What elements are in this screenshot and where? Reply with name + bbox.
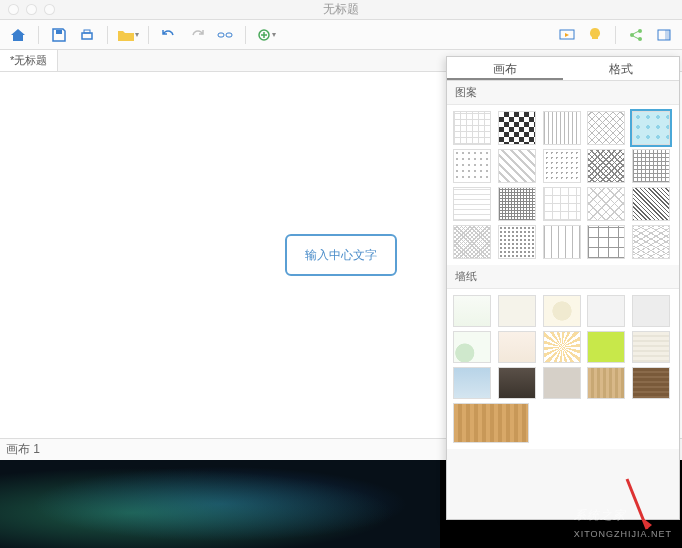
pattern-swatch[interactable] bbox=[498, 149, 536, 183]
presentation-button[interactable] bbox=[555, 24, 579, 46]
pattern-swatch[interactable] bbox=[587, 149, 625, 183]
pattern-swatch[interactable] bbox=[498, 187, 536, 221]
pattern-swatch[interactable] bbox=[543, 225, 581, 259]
footer-watermark: 系统之家 XITONGZHIJIA.NET bbox=[574, 506, 672, 540]
inspector-panel: 画布 格式 图案 墙纸 bbox=[446, 56, 680, 520]
svg-rect-1 bbox=[82, 33, 92, 39]
wallpapers-label: 墙纸 bbox=[447, 265, 679, 289]
pattern-swatch[interactable] bbox=[453, 149, 491, 183]
home-button[interactable] bbox=[6, 24, 30, 46]
pattern-swatch[interactable] bbox=[498, 111, 536, 145]
wallpaper-swatch[interactable] bbox=[587, 367, 625, 399]
wallpaper-swatch[interactable] bbox=[632, 331, 670, 363]
share-button[interactable] bbox=[624, 24, 648, 46]
root-topic[interactable]: 输入中心文字 bbox=[285, 234, 397, 276]
zoom-icon[interactable] bbox=[44, 4, 55, 15]
wallpaper-swatch[interactable] bbox=[543, 295, 581, 327]
lightbulb-button[interactable] bbox=[583, 24, 607, 46]
pattern-swatch[interactable] bbox=[587, 187, 625, 221]
close-icon[interactable] bbox=[8, 4, 19, 15]
pattern-swatch[interactable] bbox=[543, 187, 581, 221]
pattern-swatch-selected[interactable] bbox=[632, 111, 670, 145]
pattern-swatch[interactable] bbox=[453, 225, 491, 259]
wallpaper-swatch[interactable] bbox=[498, 295, 536, 327]
pattern-swatch[interactable] bbox=[632, 187, 670, 221]
pattern-swatch[interactable] bbox=[587, 225, 625, 259]
wallpaper-swatch[interactable] bbox=[543, 331, 581, 363]
wallpaper-swatch[interactable] bbox=[453, 331, 491, 363]
add-node-button[interactable]: ▾ bbox=[254, 24, 278, 46]
toolbar: ▾ ▾ bbox=[0, 20, 682, 50]
root-topic-text: 输入中心文字 bbox=[305, 248, 377, 262]
tab-format[interactable]: 格式 bbox=[563, 57, 679, 80]
wallpaper-swatch-large[interactable] bbox=[453, 403, 529, 443]
tab-canvas[interactable]: 画布 bbox=[447, 57, 563, 80]
titlebar: 无标题 bbox=[0, 0, 682, 20]
canvas-name[interactable]: 画布 1 bbox=[6, 441, 40, 458]
minimize-icon[interactable] bbox=[26, 4, 37, 15]
wallpaper-swatch[interactable] bbox=[498, 331, 536, 363]
svg-rect-2 bbox=[84, 30, 90, 33]
pattern-swatch[interactable] bbox=[543, 111, 581, 145]
print-button[interactable] bbox=[75, 24, 99, 46]
window-title: 无标题 bbox=[0, 1, 682, 18]
pattern-swatch[interactable] bbox=[453, 111, 491, 145]
pattern-swatch[interactable] bbox=[587, 111, 625, 145]
wallpaper-swatch[interactable] bbox=[587, 295, 625, 327]
wallpaper-swatch[interactable] bbox=[632, 367, 670, 399]
document-tab[interactable]: *无标题 bbox=[0, 50, 58, 71]
svg-rect-0 bbox=[56, 30, 62, 34]
wallpaper-swatch[interactable] bbox=[543, 367, 581, 399]
inspector-button[interactable] bbox=[652, 24, 676, 46]
link-button[interactable] bbox=[213, 24, 237, 46]
pattern-swatch[interactable] bbox=[632, 225, 670, 259]
redo-button-disabled bbox=[185, 24, 209, 46]
wallpaper-swatch[interactable] bbox=[498, 367, 536, 399]
svg-rect-3 bbox=[218, 33, 224, 37]
pattern-swatch[interactable] bbox=[453, 187, 491, 221]
pattern-swatch[interactable] bbox=[543, 149, 581, 183]
wallpapers-grid bbox=[447, 289, 679, 449]
folder-button[interactable]: ▾ bbox=[116, 24, 140, 46]
patterns-grid bbox=[447, 105, 679, 265]
patterns-label: 图案 bbox=[447, 81, 679, 105]
wallpaper-swatch[interactable] bbox=[453, 367, 491, 399]
wallpaper-swatch[interactable] bbox=[587, 331, 625, 363]
svg-rect-11 bbox=[665, 30, 670, 40]
svg-rect-4 bbox=[226, 33, 232, 37]
undo-button[interactable] bbox=[157, 24, 181, 46]
wallpaper-swatch[interactable] bbox=[632, 295, 670, 327]
wallpaper-swatch[interactable] bbox=[453, 295, 491, 327]
pattern-swatch[interactable] bbox=[632, 149, 670, 183]
pattern-swatch[interactable] bbox=[498, 225, 536, 259]
save-button[interactable] bbox=[47, 24, 71, 46]
